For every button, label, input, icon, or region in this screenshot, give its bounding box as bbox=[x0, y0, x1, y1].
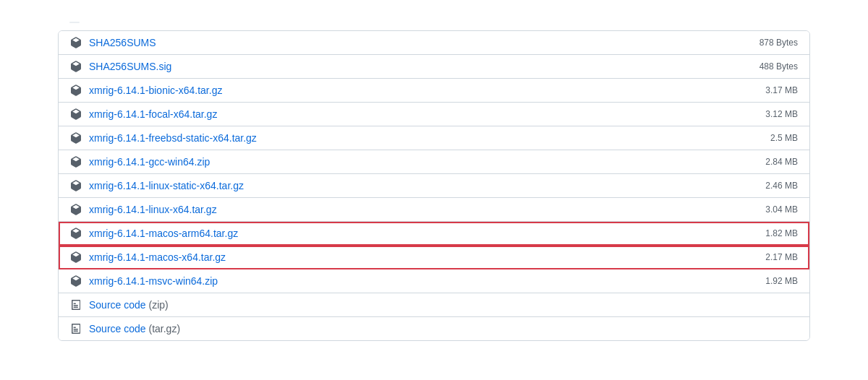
asset-left-source-zip: Source code (zip) bbox=[70, 299, 169, 311]
asset-suffix-source-targz: (tar.gz) bbox=[149, 323, 181, 334]
asset-left-bionic: xmrig-6.14.1-bionic-x64.tar.gz bbox=[70, 85, 222, 96]
asset-link-sha256sums-sig[interactable]: SHA256SUMS.sig bbox=[89, 61, 171, 72]
asset-size-macos-arm64: 1.82 MB bbox=[765, 228, 798, 238]
asset-size-sha256sums-sig: 488 Bytes bbox=[760, 61, 798, 72]
asset-link-focal[interactable]: xmrig-6.14.1-focal-x64.tar.gz bbox=[89, 108, 217, 120]
asset-size-linux-x64: 3.04 MB bbox=[765, 204, 798, 215]
asset-row-linux-static: xmrig-6.14.1-linux-static-x64.tar.gz2.46… bbox=[59, 174, 809, 198]
asset-left-macos-arm64: xmrig-6.14.1-macos-arm64.tar.gz bbox=[70, 228, 238, 239]
asset-row-bionic: xmrig-6.14.1-bionic-x64.tar.gz3.17 MB bbox=[59, 79, 809, 103]
asset-link-gcc-win64[interactable]: xmrig-6.14.1-gcc-win64.zip bbox=[89, 156, 210, 168]
archive-icon-linux-static bbox=[70, 180, 82, 191]
asset-suffix-source-zip: (zip) bbox=[149, 299, 169, 311]
asset-link-sha256sums[interactable]: SHA256SUMS bbox=[89, 37, 156, 48]
archive-icon-macos-arm64 bbox=[70, 228, 82, 239]
archive-icon-macos-x64 bbox=[70, 251, 82, 263]
asset-row-source-targz: Source code (tar.gz) bbox=[59, 317, 809, 340]
asset-link-source-targz[interactable]: Source code (tar.gz) bbox=[89, 323, 180, 334]
asset-left-gcc-win64: xmrig-6.14.1-gcc-win64.zip bbox=[70, 156, 210, 168]
asset-size-freebsd: 2.5 MB bbox=[770, 133, 798, 143]
package-icon-sha256sums-sig bbox=[70, 61, 82, 72]
asset-row-linux-x64: xmrig-6.14.1-linux-x64.tar.gz3.04 MB bbox=[59, 198, 809, 222]
asset-left-msvc-win64: xmrig-6.14.1-msvc-win64.zip bbox=[70, 275, 218, 287]
asset-left-sha256sums: SHA256SUMS bbox=[70, 37, 156, 48]
asset-link-linux-static[interactable]: xmrig-6.14.1-linux-static-x64.tar.gz bbox=[89, 180, 244, 191]
assets-list: SHA256SUMS878 Bytes SHA256SUMS.sig488 By… bbox=[58, 30, 810, 341]
archive-icon-linux-x64 bbox=[70, 204, 82, 215]
asset-left-source-targz: Source code (tar.gz) bbox=[70, 323, 180, 334]
source-icon-source-zip bbox=[70, 299, 82, 311]
asset-row-macos-x64: xmrig-6.14.1-macos-x64.tar.gz2.17 MB bbox=[59, 246, 809, 269]
asset-left-sha256sums-sig: SHA256SUMS.sig bbox=[70, 61, 171, 72]
asset-size-sha256sums: 878 Bytes bbox=[760, 38, 798, 48]
assets-header[interactable] bbox=[58, 14, 810, 30]
asset-link-msvc-win64[interactable]: xmrig-6.14.1-msvc-win64.zip bbox=[89, 275, 218, 287]
asset-link-freebsd[interactable]: xmrig-6.14.1-freebsd-static-x64.tar.gz bbox=[89, 132, 257, 144]
asset-size-macos-x64: 2.17 MB bbox=[765, 252, 798, 262]
asset-row-sha256sums-sig: SHA256SUMS.sig488 Bytes bbox=[59, 55, 809, 79]
asset-left-macos-x64: xmrig-6.14.1-macos-x64.tar.gz bbox=[70, 251, 226, 263]
asset-size-msvc-win64: 1.92 MB bbox=[765, 276, 798, 286]
asset-row-focal: xmrig-6.14.1-focal-x64.tar.gz3.12 MB bbox=[59, 103, 809, 126]
assets-count-badge bbox=[69, 22, 80, 23]
archive-icon-focal bbox=[70, 108, 82, 120]
asset-row-sha256sums: SHA256SUMS878 Bytes bbox=[59, 31, 809, 55]
package-icon-sha256sums bbox=[70, 37, 82, 48]
asset-size-linux-static: 2.46 MB bbox=[765, 181, 798, 191]
asset-size-focal: 3.12 MB bbox=[765, 109, 798, 119]
asset-row-source-zip: Source code (zip) bbox=[59, 293, 809, 317]
archive-icon-freebsd bbox=[70, 132, 82, 144]
asset-row-macos-arm64: xmrig-6.14.1-macos-arm64.tar.gz1.82 MB bbox=[59, 222, 809, 246]
asset-size-bionic: 3.17 MB bbox=[765, 85, 798, 95]
asset-row-freebsd: xmrig-6.14.1-freebsd-static-x64.tar.gz2.… bbox=[59, 126, 809, 150]
asset-left-focal: xmrig-6.14.1-focal-x64.tar.gz bbox=[70, 108, 217, 120]
source-icon-source-targz bbox=[70, 323, 82, 334]
asset-link-source-zip[interactable]: Source code (zip) bbox=[89, 299, 169, 311]
asset-link-linux-x64[interactable]: xmrig-6.14.1-linux-x64.tar.gz bbox=[89, 204, 217, 215]
asset-row-msvc-win64: xmrig-6.14.1-msvc-win64.zip1.92 MB bbox=[59, 269, 809, 293]
asset-left-linux-x64: xmrig-6.14.1-linux-x64.tar.gz bbox=[70, 204, 217, 215]
asset-left-linux-static: xmrig-6.14.1-linux-static-x64.tar.gz bbox=[70, 180, 244, 191]
page-container: SHA256SUMS878 Bytes SHA256SUMS.sig488 By… bbox=[36, 0, 832, 355]
asset-link-macos-x64[interactable]: xmrig-6.14.1-macos-x64.tar.gz bbox=[89, 251, 226, 263]
archive-icon-bionic bbox=[70, 85, 82, 96]
asset-size-gcc-win64: 2.84 MB bbox=[765, 157, 798, 167]
asset-link-macos-arm64[interactable]: xmrig-6.14.1-macos-arm64.tar.gz bbox=[89, 228, 238, 239]
asset-link-bionic[interactable]: xmrig-6.14.1-bionic-x64.tar.gz bbox=[89, 85, 222, 96]
archive-icon-msvc-win64 bbox=[70, 275, 82, 287]
archive-icon-gcc-win64 bbox=[70, 156, 82, 168]
asset-row-gcc-win64: xmrig-6.14.1-gcc-win64.zip2.84 MB bbox=[59, 150, 809, 174]
asset-left-freebsd: xmrig-6.14.1-freebsd-static-x64.tar.gz bbox=[70, 132, 257, 144]
